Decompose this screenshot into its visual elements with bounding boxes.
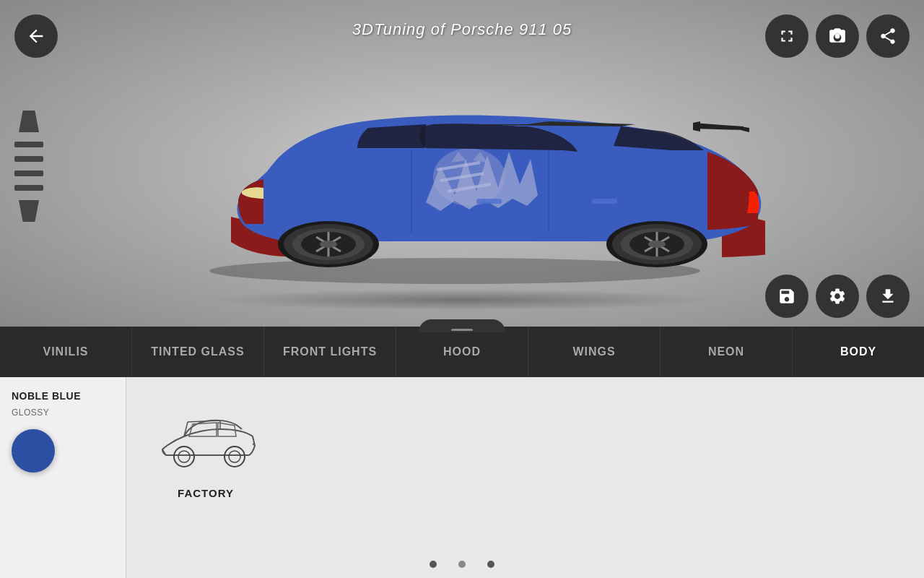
option-factory[interactable]: FACTORY <box>148 392 263 499</box>
toolbar-bottom-icon <box>19 200 39 222</box>
nav-item-body[interactable]: BODY <box>793 327 924 377</box>
bottom-right-controls <box>765 275 910 318</box>
svg-point-20 <box>174 447 194 467</box>
options-panel: FACTORY <box>126 377 924 578</box>
svg-rect-19 <box>592 199 617 204</box>
top-right-controls <box>765 14 910 58</box>
option-factory-image <box>148 392 263 478</box>
nav-item-hood[interactable]: HOOD <box>396 327 528 377</box>
page-title: 3DTuning of Porsche 911 05 <box>352 20 572 39</box>
dot-2[interactable] <box>458 561 466 568</box>
fullscreen-button[interactable] <box>765 14 808 58</box>
download-button[interactable] <box>866 275 910 318</box>
option-factory-label: FACTORY <box>178 487 234 499</box>
nav-item-vinilis[interactable]: VINILIS <box>0 327 132 377</box>
nav-item-front-lights[interactable]: FRONT LIGHTS <box>264 327 396 377</box>
dot-1[interactable] <box>430 561 437 568</box>
share-button[interactable] <box>866 14 910 58</box>
toolbar-line-3 <box>14 171 43 176</box>
settings-button[interactable] <box>816 275 859 318</box>
nav-item-neon[interactable]: NEON <box>661 327 793 377</box>
save-button[interactable] <box>765 275 808 318</box>
svg-point-21 <box>178 451 190 462</box>
car-shadow <box>209 289 715 311</box>
bottom-panel: NOBLE BLUE GLOSSY <box>0 377 924 578</box>
camera-button[interactable] <box>816 14 859 58</box>
svg-rect-18 <box>476 199 502 204</box>
svg-point-23 <box>229 451 240 462</box>
svg-point-17 <box>648 241 666 248</box>
car-image <box>144 58 765 303</box>
toolbar-line-4 <box>14 185 43 191</box>
toolbar-line-1 <box>14 142 43 147</box>
dot-3[interactable] <box>487 561 494 568</box>
color-swatch[interactable] <box>12 429 55 473</box>
drag-line-1 <box>451 329 473 331</box>
color-panel: NOBLE BLUE GLOSSY <box>0 377 126 578</box>
drag-handle[interactable] <box>419 319 505 332</box>
back-button[interactable] <box>14 14 58 58</box>
color-name: NOBLE BLUE <box>12 390 114 402</box>
toolbar-top-icon <box>19 111 39 132</box>
car-viewer: 3DTuning of Porsche 911 05 <box>0 0 924 332</box>
dots-indicator <box>430 561 494 568</box>
nav-item-wings[interactable]: WINGS <box>528 327 661 377</box>
nav-item-tinted-glass[interactable]: TINTED GLASS <box>132 327 264 377</box>
drag-handle-lines <box>451 329 473 332</box>
left-toolbar <box>14 111 43 222</box>
navigation-bar: VINILIS TINTED GLASS FRONT LIGHTS HOOD W… <box>0 327 924 377</box>
color-finish: GLOSSY <box>12 407 114 418</box>
svg-point-22 <box>225 447 245 467</box>
svg-point-9 <box>320 241 337 248</box>
toolbar-line-2 <box>14 156 43 162</box>
